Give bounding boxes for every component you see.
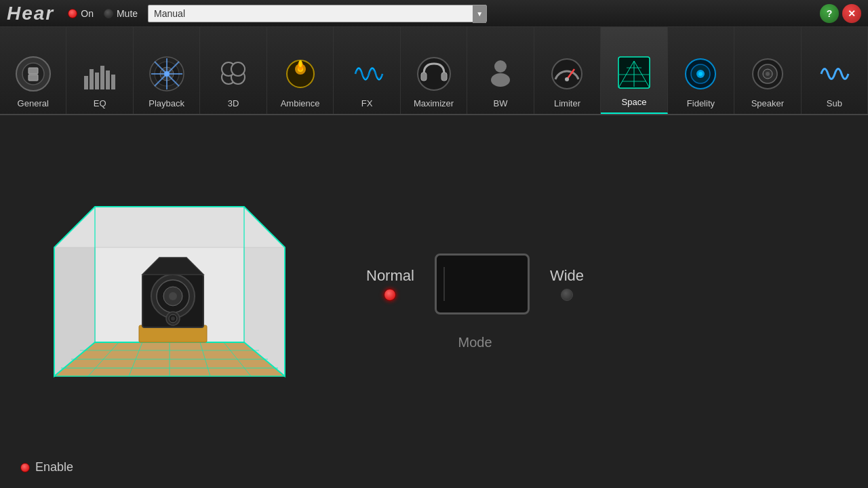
header-controls: ? ✕ [820, 4, 861, 23]
svg-point-45 [698, 72, 703, 76]
normal-mode-option[interactable]: Normal [366, 267, 414, 301]
space-icon [612, 51, 656, 94]
tab-ambience[interactable]: Ambience [267, 27, 334, 114]
svg-rect-6 [95, 73, 99, 89]
room-visualization [41, 193, 298, 410]
on-indicator [68, 9, 77, 18]
tab-3d-label: 3D [228, 98, 239, 108]
svg-point-30 [494, 60, 507, 73]
svg-point-49 [766, 72, 770, 76]
3d-icon [212, 52, 255, 96]
playback-icon [145, 52, 189, 96]
speaker-icon [746, 52, 789, 96]
enable-row[interactable]: Enable [20, 460, 73, 474]
tab-limiter-label: Limiter [554, 98, 580, 108]
svg-rect-4 [84, 76, 88, 89]
tab-fx-label: FX [361, 98, 373, 108]
fx-icon [345, 52, 389, 96]
mode-label-text: Mode [458, 335, 492, 350]
app-logo: Hear [7, 3, 54, 24]
tab-limiter[interactable]: Limiter [534, 27, 601, 114]
maximizer-icon [412, 52, 456, 96]
svg-rect-7 [100, 66, 104, 89]
main-content: Normal Wide Mode Enable [0, 115, 868, 488]
tab-speaker-label: Speaker [751, 98, 784, 108]
mode-display-widget[interactable] [435, 253, 530, 314]
svg-point-78 [171, 317, 175, 321]
tab-general[interactable]: General [0, 27, 66, 114]
tab-maximizer-label: Maximizer [414, 98, 454, 108]
tab-bar: General EQ [0, 27, 868, 115]
tab-maximizer[interactable]: Maximizer [401, 27, 467, 114]
tab-bw[interactable]: BW [467, 27, 534, 114]
enable-label: Enable [35, 460, 73, 474]
wide-mode-option[interactable]: Wide [550, 267, 584, 301]
close-button[interactable]: ✕ [842, 4, 861, 23]
fidelity-icon [679, 52, 722, 96]
wide-mode-indicator [561, 289, 573, 301]
tab-playback[interactable]: Playback [134, 27, 200, 114]
normal-mode-label: Normal [366, 267, 414, 285]
svg-point-17 [164, 71, 170, 77]
tab-space[interactable]: Space [601, 27, 667, 114]
tab-fx[interactable]: FX [334, 27, 400, 114]
svg-point-21 [231, 62, 245, 76]
sub-icon [812, 52, 856, 96]
svg-rect-9 [111, 75, 115, 89]
svg-rect-28 [421, 73, 427, 81]
limiter-icon [545, 52, 589, 96]
tab-fidelity[interactable]: Fidelity [668, 27, 734, 114]
ambience-icon [279, 52, 322, 96]
normal-mode-indicator [384, 289, 396, 301]
mute-button[interactable]: Mute [104, 8, 138, 19]
svg-point-32 [552, 59, 582, 89]
on-label: On [81, 8, 94, 19]
tab-sub-label: Sub [827, 98, 842, 108]
svg-rect-2 [28, 68, 38, 74]
header: Hear On Mute Manual ▼ ? ✕ [0, 0, 868, 27]
svg-point-75 [169, 292, 177, 300]
svg-point-31 [491, 73, 510, 87]
help-button[interactable]: ? [820, 4, 839, 23]
wide-mode-label: Wide [550, 267, 584, 285]
tab-playback-label: Playback [149, 98, 184, 108]
preset-value: Manual [154, 8, 481, 19]
svg-point-26 [298, 60, 302, 67]
mute-label: Mute [117, 8, 138, 19]
tab-ambience-label: Ambience [281, 98, 320, 108]
tab-general-label: General [18, 98, 49, 108]
tab-space-label: Space [622, 97, 647, 107]
tab-eq[interactable]: EQ [66, 27, 133, 114]
svg-point-34 [565, 77, 569, 81]
general-icon [12, 52, 55, 96]
eq-icon [78, 52, 121, 96]
bw-icon [479, 52, 522, 96]
mute-indicator [104, 9, 113, 18]
tab-fidelity-label: Fidelity [687, 98, 715, 108]
tab-3d[interactable]: 3D [200, 27, 267, 114]
tab-speaker[interactable]: Speaker [734, 27, 801, 114]
svg-rect-29 [441, 73, 447, 81]
svg-rect-8 [106, 70, 110, 89]
tab-sub[interactable]: Sub [802, 27, 868, 114]
dropdown-arrow-icon[interactable]: ▼ [473, 5, 486, 23]
tab-bw-label: BW [494, 98, 508, 108]
enable-indicator [20, 463, 30, 472]
tab-eq-label: EQ [94, 98, 106, 108]
svg-rect-5 [90, 69, 94, 89]
svg-rect-3 [28, 75, 38, 81]
mode-options-row: Normal Wide [366, 253, 584, 314]
on-button[interactable]: On [68, 8, 94, 19]
preset-dropdown[interactable]: Manual ▼ [148, 5, 487, 22]
mode-controls: Normal Wide Mode [366, 253, 584, 350]
